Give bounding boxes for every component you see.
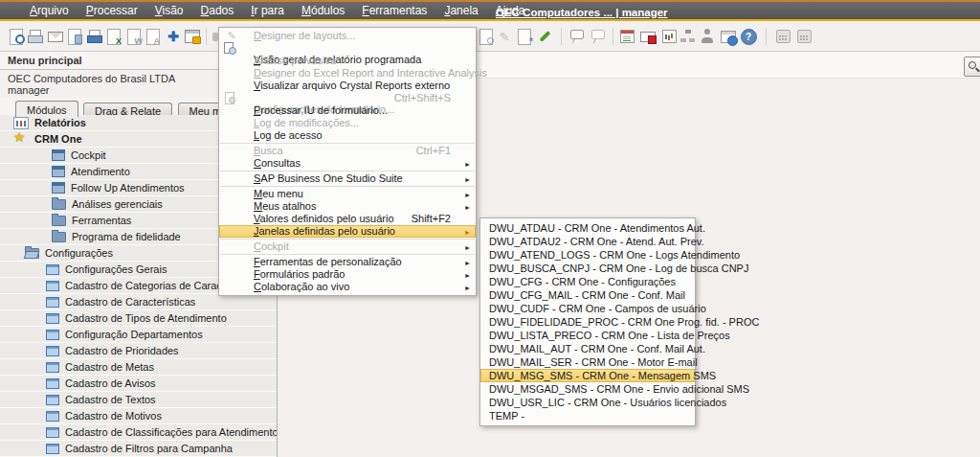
comment-icon[interactable]: [568, 28, 586, 45]
menu-separator: [220, 186, 475, 187]
mail-alert-icon[interactable]: [639, 28, 657, 45]
tree-item[interactable]: Cadastro de Características: [0, 294, 277, 310]
menu-item-consultas[interactable]: Consultas►: [219, 157, 476, 170]
submenu-item[interactable]: DWU_CFG - CRM One - Configurações: [480, 275, 695, 288]
menubar-item-ferramentas[interactable]: Ferramentas: [353, 2, 435, 19]
chart-icon[interactable]: [660, 28, 678, 45]
form-settings-icon[interactable]: [516, 28, 533, 45]
window-icon: [46, 330, 59, 340]
doc-search-icon[interactable]: [478, 28, 495, 45]
submenu-item[interactable]: DWU_ATDAU - CRM One - Atendimentos Aut.: [480, 221, 695, 235]
submenu-item[interactable]: DWU_MSGAD_SMS - CRM One - Envio adiciona…: [480, 382, 695, 396]
tree-item[interactable]: Cadastro de Motivos: [0, 408, 277, 424]
printer-icon[interactable]: [86, 28, 103, 45]
form-settings-small-icon: [224, 92, 235, 103]
export-pdf-icon[interactable]: [145, 28, 162, 45]
tree-item[interactable]: Configuração Departamentos: [0, 327, 277, 343]
window-icon: [46, 281, 59, 291]
submenu-item[interactable]: DWU_MAIL_SER - CRM One - Motor E-mail: [480, 355, 695, 369]
menu-item-janelas-definidas-pelo-usuario[interactable]: Janelas definidas pelo usuário►: [219, 225, 476, 238]
window-icon: [52, 166, 65, 177]
print-icon[interactable]: [27, 28, 44, 45]
layout-designer-icon: [224, 30, 239, 42]
folder-open-icon: [25, 248, 39, 259]
menu-item-visualizar-crystal-reports[interactable]: Visualizar arquivo Crystal Reports exter…: [219, 80, 476, 92]
calendar-icon[interactable]: [618, 28, 635, 45]
submenu-item[interactable]: DWU_LISTA_PRECO - CRM One - Lista de Pre…: [480, 329, 695, 342]
window-icon: [46, 411, 59, 422]
menu-item-log-acesso[interactable]: Log de acesso: [219, 129, 476, 142]
tree-item[interactable]: Cadastro de Prioridades: [0, 343, 277, 359]
tree-item[interactable]: Cadastro de Classificações para Atendime…: [0, 424, 277, 441]
browser-icon[interactable]: [720, 28, 737, 45]
menu-item-ferramentas-personalizacao[interactable]: Ferramentas de personalização►: [219, 256, 476, 268]
toolbar-separator: [206, 28, 207, 45]
page-setup-icon[interactable]: [66, 28, 83, 45]
customize-wrench-icon[interactable]: [536, 28, 553, 45]
menu-item-meus-atalhos[interactable]: Meus atalhos►: [219, 200, 476, 213]
tab-modulos[interactable]: Módulos: [15, 101, 78, 117]
menu-item-designer-de-layouts: Designer de layouts...: [219, 30, 476, 42]
navigate-icon[interactable]: [165, 28, 182, 45]
menubar-item-processar[interactable]: Processar: [78, 2, 146, 19]
submenu-item[interactable]: DWU_ATDAU2 - CRM One - Atend. Aut. Prev.: [480, 235, 695, 248]
locked-window-icon[interactable]: [184, 28, 201, 45]
help-icon[interactable]: [740, 28, 757, 45]
menubar-item-ir-para[interactable]: Ir para: [242, 2, 293, 19]
tree-item[interactable]: Cadastro de Filtros para Campanha: [0, 441, 277, 457]
user-icon[interactable]: [699, 28, 716, 45]
menu-bar: Arquivo Processar Visão Dados Ir para Mó…: [0, 0, 980, 21]
export-excel-icon[interactable]: [105, 28, 122, 45]
menu-separator: [220, 254, 475, 255]
menubar-item-janela[interactable]: Janela: [435, 2, 486, 19]
email-icon[interactable]: [47, 28, 64, 45]
menubar-item-visao[interactable]: Visão: [146, 2, 192, 19]
menu-item-colaboracao-ao-vivo[interactable]: Colaboração ao vivo►: [219, 281, 476, 293]
window-icon: [46, 395, 59, 405]
window-icon: [46, 313, 59, 324]
toolbar-separator: [561, 28, 562, 45]
submenu-item[interactable]: TEMP -: [480, 409, 695, 423]
menu-item-formularios-padrao[interactable]: Formulários padrão►: [219, 268, 476, 281]
menu-item-sap-studio-suite[interactable]: SAP Business One Studio Suite►: [219, 172, 476, 185]
calculator-icon[interactable]: [774, 28, 791, 45]
preview-icon[interactable]: [8, 28, 25, 45]
menubar-item-dados[interactable]: Dados: [192, 2, 243, 19]
menu-item-meu-menu[interactable]: Meu menu►: [219, 188, 476, 200]
submenu-item[interactable]: DWU_ATEND_LOGS - CRM One - Logs Atendime…: [480, 248, 695, 262]
submenu-item[interactable]: DWU_USR_LIC - CRM One - Usuários licenci…: [480, 396, 695, 409]
submenu-arrow-icon: ►: [464, 241, 471, 254]
shortcut-label: Ctrl+Shift+S: [394, 92, 451, 104]
submenu-item[interactable]: DWU_FIDELIDADE_PROC - CRM One Prog. fid.…: [480, 315, 695, 329]
menubar-item-arquivo[interactable]: Arquivo: [21, 2, 78, 19]
search-icon[interactable]: [964, 57, 980, 77]
submenu-item[interactable]: DWU_MAIL_AUT - CRM One - Conf. Mail Aut.: [480, 342, 695, 355]
submenu-item-dwu-msg-sms[interactable]: DWU_MSG_SMS - CRM One - Mensagem SMS: [480, 369, 695, 382]
menu-item-analise-pervasiva: Análise pervasiva: [219, 55, 476, 67]
folder-icon: [52, 199, 66, 210]
calculator-alt-icon[interactable]: [795, 28, 813, 45]
menubar-item-modulos[interactable]: Módulos: [293, 2, 353, 19]
menu-item-processar-iu-formulario[interactable]: Processar IU de formulário...: [219, 104, 476, 117]
report-icon: [13, 117, 29, 129]
tree-item[interactable]: Cadastro de Tipos de Atendimento: [0, 310, 277, 327]
comment-add-icon[interactable]: [590, 28, 607, 45]
tree-item[interactable]: Cadastro de Textos: [0, 392, 277, 408]
toolbar-separator: [612, 28, 613, 45]
submenu-item[interactable]: DWU_BUSCA_CNPJ - CRM One - Log de busca …: [480, 262, 695, 275]
menu-item-cockpit: Cockpit►: [219, 240, 476, 253]
window-icon: [46, 427, 59, 438]
menu-item-valores-definidos[interactable]: Valores definidos pelo usuárioShift+F2: [219, 213, 476, 225]
menu-item-busca: BuscaCtrl+F1: [219, 145, 476, 157]
window-icon: [46, 444, 59, 454]
menu-item-visao-geral-relatorio[interactable]: Visão geral de relatório programada: [219, 42, 476, 55]
tree-item[interactable]: Cadastro de Metas: [0, 359, 277, 376]
submenu-item[interactable]: DWU_CFG_MAIL - CRM One - Conf. Mail: [480, 288, 695, 302]
submenu-item[interactable]: DWU_CUDF - CRM One - Campos de usuário: [480, 302, 695, 315]
tree-item[interactable]: Cadastro de Avisos: [0, 376, 277, 392]
menu-separator: [220, 171, 475, 171]
edit-pencil-icon[interactable]: [496, 28, 513, 45]
toolbar: [0, 21, 980, 52]
export-word-icon[interactable]: [125, 28, 143, 45]
org-chart-icon[interactable]: [679, 28, 697, 45]
